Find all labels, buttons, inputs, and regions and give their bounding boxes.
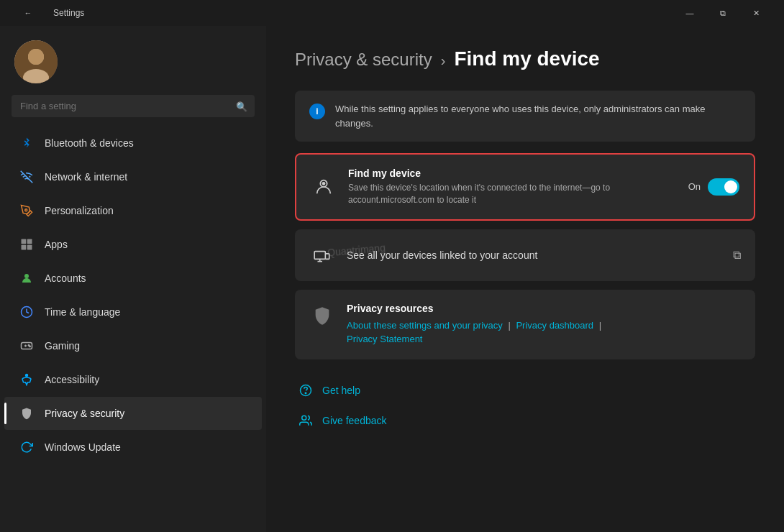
privacy-resources-card: Privacy resources About these settings a… [295, 290, 755, 359]
sidebar-item-privacy[interactable]: Privacy & security [4, 397, 262, 430]
privacy-link-dashboard[interactable]: Privacy dashboard [516, 320, 593, 331]
pipe-separator-2: | [599, 320, 601, 331]
network-icon [19, 169, 35, 185]
sidebar-item-network[interactable]: Network & internet [4, 160, 262, 193]
page-title: Find my device [454, 47, 599, 70]
titlebar: ← Settings — ⧉ ✕ [0, 0, 784, 26]
back-button[interactable]: ← [12, 0, 45, 26]
sidebar-item-gaming[interactable]: Gaming [4, 329, 262, 362]
app-title: Settings [53, 8, 84, 18]
svg-point-23 [305, 393, 306, 394]
sidebar-item-accessibility[interactable]: Accessibility [4, 363, 262, 396]
info-banner: i While this setting applies to everyone… [295, 91, 755, 142]
pipe-separator-1: | [508, 320, 513, 331]
privacy-shield-icon [309, 303, 335, 329]
sidebar-label-update: Windows Update [45, 441, 121, 453]
feedback-icon [298, 413, 314, 428]
svg-point-16 [26, 375, 28, 377]
footer-actions: Get help Give feedback [295, 377, 755, 434]
sidebar-label-privacy: Privacy & security [45, 408, 124, 419]
sidebar-nav: Bluetooth & devices Network & internet P… [0, 126, 266, 532]
svg-point-15 [29, 346, 31, 347]
get-help-label: Get help [322, 385, 360, 396]
accessibility-icon [19, 372, 35, 387]
person-icon [19, 270, 35, 286]
devices-icon [309, 242, 335, 268]
svg-rect-6 [27, 239, 32, 244]
sidebar-label-personalization: Personalization [45, 205, 114, 216]
svg-point-24 [302, 416, 306, 420]
get-help-link[interactable]: Get help [295, 377, 755, 404]
privacy-resources-title: Privacy resources [347, 303, 604, 314]
window-controls: — ⧉ ✕ [673, 0, 772, 26]
privacy-link-statement[interactable]: Privacy Statement [347, 334, 423, 344]
svg-point-9 [24, 274, 29, 278]
sidebar-label-gaming: Gaming [45, 340, 80, 352]
svg-point-4 [25, 209, 27, 211]
svg-rect-8 [27, 245, 32, 250]
find-device-icon [311, 174, 337, 200]
sidebar-item-apps[interactable]: Apps [4, 228, 262, 261]
search-icon: 🔍 [236, 101, 247, 111]
privacy-card-content: Privacy resources About these settings a… [347, 303, 604, 347]
toggle-label: On [688, 181, 701, 192]
close-button[interactable]: ✕ [739, 0, 772, 26]
main-content: Privacy & security › Find my device i Wh… [266, 26, 784, 532]
breadcrumb-separator: › [441, 52, 446, 69]
sidebar-item-update[interactable]: Windows Update [4, 431, 262, 464]
privacy-link-about[interactable]: About these settings and your privacy [347, 320, 503, 331]
time-icon [19, 304, 35, 320]
minimize-button[interactable]: — [673, 0, 706, 26]
app-container: 🔍 Bluetooth & devices Network & internet [0, 26, 784, 532]
brush-icon [19, 203, 35, 219]
get-help-icon [298, 382, 314, 398]
give-feedback-link[interactable]: Give feedback [295, 407, 755, 434]
toggle-thumb [724, 180, 737, 193]
all-devices-text: See all your devices linked to your acco… [347, 249, 721, 261]
svg-rect-7 [22, 245, 27, 250]
all-devices-card[interactable]: See all your devices linked to your acco… [295, 229, 755, 281]
titlebar-left: ← Settings [12, 0, 84, 26]
sidebar-label-accounts: Accounts [45, 272, 86, 284]
find-device-title: Find my device [348, 168, 677, 179]
feedback-label: Give feedback [322, 415, 387, 426]
sidebar-item-bluetooth[interactable]: Bluetooth & devices [4, 127, 262, 160]
sidebar-item-time[interactable]: Time & language [4, 295, 262, 329]
restore-button[interactable]: ⧉ [706, 0, 739, 26]
sidebar-label-bluetooth: Bluetooth & devices [45, 137, 134, 149]
gaming-icon [19, 338, 35, 354]
find-device-content: Find my device Save this device's locati… [348, 168, 677, 206]
search-box[interactable]: 🔍 [12, 95, 255, 117]
page-header: Privacy & security › Find my device [295, 47, 755, 70]
sidebar-item-personalization[interactable]: Personalization [4, 194, 262, 227]
avatar [14, 40, 58, 83]
update-icon [19, 439, 35, 455]
sidebar-item-accounts[interactable]: Accounts [4, 262, 262, 295]
bluetooth-icon [19, 135, 35, 151]
find-device-toggle[interactable] [708, 178, 739, 196]
sidebar-label-accessibility: Accessibility [45, 374, 99, 385]
svg-rect-19 [314, 251, 325, 259]
sidebar-label-network: Network & internet [45, 171, 127, 183]
info-icon: i [309, 104, 325, 119]
profile-section [0, 26, 266, 95]
apps-icon [19, 237, 35, 252]
svg-point-3 [28, 49, 44, 65]
sidebar-label-apps: Apps [45, 239, 68, 250]
svg-rect-5 [22, 239, 27, 244]
svg-point-18 [322, 182, 326, 185]
shield-icon [19, 405, 35, 421]
sidebar-label-time: Time & language [45, 306, 120, 318]
external-link-icon: ⧉ [733, 249, 741, 262]
search-input[interactable] [12, 95, 255, 117]
breadcrumb-parent: Privacy & security [295, 50, 432, 70]
find-my-device-card[interactable]: Find my device Save this device's locati… [295, 153, 755, 221]
find-device-toggle-area: On [688, 178, 739, 196]
find-device-desc: Save this device's location when it's co… [348, 182, 677, 206]
info-text: While this setting applies to everyone w… [335, 102, 741, 130]
avatar-image [14, 40, 58, 83]
sidebar: 🔍 Bluetooth & devices Network & internet [0, 26, 266, 532]
privacy-links: About these settings and your privacy | … [347, 318, 604, 347]
